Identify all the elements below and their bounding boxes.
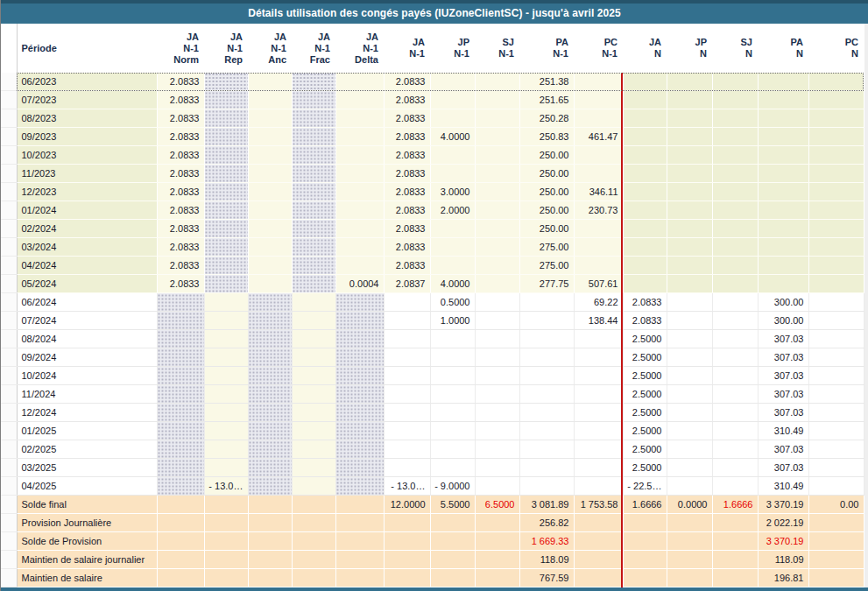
cell-jaN[interactable] [623,128,667,146]
cell-sj1[interactable] [475,220,519,238]
cell-pcN[interactable] [808,404,864,422]
cell-jpN[interactable] [667,459,712,477]
cell-pa1[interactable]: 1 669.33 [519,532,574,551]
cell-sjN[interactable] [712,551,758,569]
cell-pcN[interactable] [808,165,864,183]
cell-jpN[interactable] [667,128,712,146]
period-cell[interactable]: 12/2023 [17,183,157,201]
cell-jaN[interactable] [623,514,667,532]
cell-pa1[interactable]: 251.65 [519,91,574,109]
cell-rep[interactable] [204,404,248,422]
cell-ja1[interactable] [384,440,430,459]
cell-pc1[interactable] [574,440,623,459]
cell-paN[interactable]: 300.00 [758,293,808,312]
cell-paN[interactable]: 307.03 [758,459,808,477]
cell-pa1[interactable] [519,367,574,385]
cell-sjN[interactable] [712,404,758,422]
cell-sj1[interactable] [475,312,519,330]
cell-paN[interactable]: 300.00 [758,312,808,330]
cell-sjN[interactable]: 1.6666 [712,496,758,514]
cell-sj1[interactable] [475,275,519,293]
cell-jaN[interactable] [623,220,667,238]
cell-sj1[interactable] [475,459,519,477]
cell-norm[interactable] [157,367,204,385]
cell-frac[interactable] [292,220,335,238]
cell-ja1[interactable] [384,312,430,330]
cell-pc1[interactable] [574,109,623,128]
cell-pcN[interactable]: 0.00 [808,496,864,514]
cell-ja1[interactable]: 2.0833 [384,201,430,220]
cell-pa1[interactable] [519,422,574,440]
cell-ja1[interactable]: - 13.0… [384,477,430,496]
cell-jp1[interactable] [430,146,475,165]
cell-jpN[interactable] [667,183,712,201]
row-gutter[interactable] [1,422,17,440]
cell-jaN[interactable]: 2.5000 [623,348,667,367]
cell-paN[interactable] [758,220,808,238]
cell-pa1[interactable]: 250.00 [519,220,574,238]
cell-frac[interactable] [292,477,335,496]
cell-frac[interactable] [292,496,335,514]
cell-jaN[interactable]: 2.5000 [623,330,667,348]
cell-frac[interactable] [292,91,335,109]
cell-jpN[interactable] [667,201,712,220]
period-cell[interactable]: 04/2024 [17,257,157,275]
cell-pcN[interactable] [808,569,864,587]
cell-pc1[interactable] [574,91,623,109]
cell-jpN[interactable] [667,165,712,183]
cell-norm[interactable] [157,514,204,532]
row-gutter[interactable] [1,201,17,220]
cell-jp1[interactable] [430,165,475,183]
cell-rep[interactable] [204,440,248,459]
row-gutter[interactable] [1,459,17,477]
cell-norm[interactable] [157,385,204,404]
cell-ja1[interactable]: 2.0833 [384,165,430,183]
cell-ja1[interactable]: 2.0833 [384,146,430,165]
cell-frac[interactable] [292,514,335,532]
cell-jpN[interactable] [667,275,712,293]
cell-pa1[interactable] [519,385,574,404]
cell-jp1[interactable] [430,348,475,367]
cell-delta[interactable] [335,348,384,367]
cell-pa1[interactable] [519,293,574,312]
cell-jp1[interactable] [430,532,475,551]
period-cell[interactable]: 10/2024 [17,367,157,385]
cell-sj1[interactable] [475,532,519,551]
cell-sj1[interactable] [475,348,519,367]
cell-pc1[interactable]: 346.11 [574,183,623,201]
cell-paN[interactable]: 310.49 [758,477,808,496]
cell-pa1[interactable]: 250.00 [519,146,574,165]
cell-sjN[interactable] [712,385,758,404]
cell-norm[interactable] [157,312,204,330]
row-gutter[interactable] [1,477,17,496]
cell-jaN[interactable]: 2.5000 [623,404,667,422]
cell-pcN[interactable] [808,293,864,312]
cell-jpN[interactable] [667,238,712,257]
cell-pc1[interactable] [574,73,623,91]
cell-pcN[interactable] [808,348,864,367]
cell-pa1[interactable] [519,404,574,422]
cell-delta[interactable] [335,293,384,312]
cell-sjN[interactable] [712,257,758,275]
cell-sj1[interactable] [475,109,519,128]
cell-jpN[interactable] [667,146,712,165]
cell-sjN[interactable] [712,109,758,128]
cell-sjN[interactable] [712,91,758,109]
cell-anc[interactable] [248,440,292,459]
cell-delta[interactable] [335,73,384,91]
cell-sj1[interactable] [475,238,519,257]
cell-frac[interactable] [292,109,335,128]
row-gutter[interactable] [1,128,17,146]
cell-pc1[interactable] [574,165,623,183]
cell-delta[interactable] [335,109,384,128]
cell-pcN[interactable] [808,459,864,477]
cell-frac[interactable] [292,146,335,165]
cell-jpN[interactable] [667,257,712,275]
cell-frac[interactable] [292,201,335,220]
summary-row-label[interactable]: Maintien de salaire journalier [17,551,157,569]
cell-jpN[interactable] [667,293,712,312]
cell-ja1[interactable]: 2.0833 [384,128,430,146]
cell-pc1[interactable]: 138.44 [574,312,623,330]
cell-rep[interactable]: - 13.0… [204,477,248,496]
cell-sjN[interactable] [712,293,758,312]
